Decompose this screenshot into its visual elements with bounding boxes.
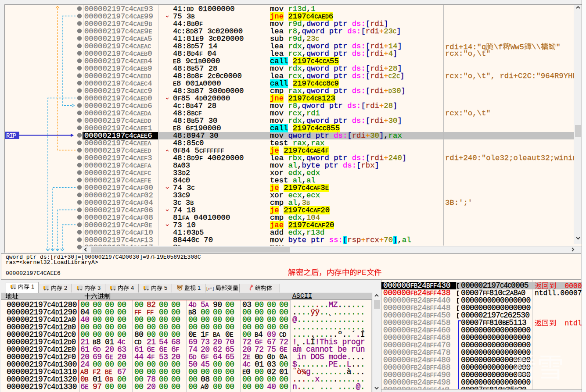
svg-text:RIP: RIP xyxy=(6,132,16,139)
